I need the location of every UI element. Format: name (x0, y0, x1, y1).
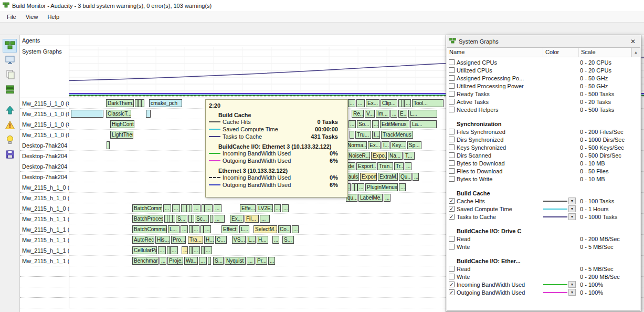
series-checkbox[interactable] (449, 129, 455, 134)
task-block[interactable]: Im... (376, 110, 389, 118)
task-block[interactable]: Effect (221, 225, 238, 233)
task-block[interactable]: Ex... (230, 215, 244, 223)
series-checkbox[interactable] (449, 99, 455, 105)
menu-file[interactable]: File (2, 12, 21, 22)
task-block[interactable]: ... (282, 204, 289, 212)
series-label[interactable]: Utilized Processing Power (457, 83, 524, 89)
task-block[interactable]: L... (239, 225, 249, 233)
series-checkbox[interactable] (449, 244, 455, 249)
graph-series-row[interactable]: Active Tasks0 - 20 Tasks (447, 98, 640, 106)
series-label[interactable]: Files Synchronized (457, 129, 505, 135)
sidebar-button-display[interactable] (3, 54, 17, 67)
graph-series-row[interactable]: Files to Download0 - 50 Files (447, 167, 640, 175)
task-block[interactable] (191, 215, 194, 223)
series-label[interactable]: Utilized CPUs (457, 67, 492, 74)
task-block[interactable]: ... (349, 120, 356, 128)
agent-name[interactable]: Desktop-7hak204 (C (20, 140, 69, 151)
series-label[interactable]: Assigned Processing Po... (457, 75, 524, 81)
task-block[interactable]: ... (384, 194, 390, 202)
graph-series-row[interactable]: ✓Saved Compute Time▼0 - 1 Hours (447, 205, 640, 213)
task-block[interactable]: Re... (352, 110, 364, 118)
task-block[interactable]: Tool... (412, 99, 444, 107)
series-checkbox[interactable] (449, 67, 455, 73)
agent-name[interactable]: Mw_2115_h_1_1 (C (20, 214, 69, 224)
series-label[interactable]: Bytes to Download (457, 160, 505, 167)
agent-name[interactable]: Mw_2115_i_1_0 (Co (20, 119, 69, 130)
task-block[interactable]: ... (356, 99, 365, 107)
series-label[interactable]: Outgoing BandWidth Used (457, 289, 525, 296)
task-block[interactable] (141, 99, 144, 107)
series-label[interactable]: Bytes to Write (457, 176, 492, 182)
system-graphs-titlebar[interactable]: System Graphs ✕ (446, 35, 641, 47)
task-block[interactable]: AutoRec... (132, 236, 154, 244)
series-checkbox[interactable] (449, 236, 455, 242)
graph-series-row[interactable]: Write0 - 200 MB/Sec (447, 273, 640, 280)
task-block[interactable]: ... (158, 246, 166, 254)
series-checkbox[interactable] (449, 91, 455, 97)
task-block[interactable]: ... (268, 257, 275, 265)
menu-help[interactable]: Help (43, 12, 64, 22)
task-block[interactable]: Qu... (399, 173, 411, 181)
task-block[interactable]: Tru... (355, 131, 371, 139)
series-label[interactable]: Saved Compute Time (457, 206, 512, 212)
task-block[interactable]: ... (260, 215, 270, 223)
series-checkbox[interactable]: ✓ (449, 214, 455, 220)
task-block[interactable]: Tra... (188, 236, 203, 244)
graph-series-row[interactable]: Dirs Scanned0 - 500 Dirs/Sec (447, 151, 640, 159)
series-label[interactable]: Cache Hits (457, 198, 485, 204)
graph-series-row[interactable]: Assigned Processing Po...0 - 50 GHz (447, 74, 640, 82)
task-block[interactable]: ... (413, 173, 419, 181)
agent-name[interactable]: Mw_2115_h_1_0 (C (20, 182, 69, 193)
agent-name[interactable]: Mw_2115_h_1_1 (C (20, 235, 69, 245)
task-block[interactable]: Ex... (366, 99, 379, 107)
series-label[interactable]: Ready Tasks (457, 91, 490, 97)
task-block[interactable]: L... (247, 236, 256, 244)
column-header-color[interactable]: Color (543, 48, 579, 57)
task-block[interactable]: ClassicT... (106, 110, 131, 118)
task-block[interactable]: ... (214, 204, 221, 212)
sidebar-button-agents[interactable] (3, 83, 17, 97)
series-checkbox[interactable]: ✓ (449, 289, 455, 295)
series-color-dropdown[interactable]: ▼ (568, 213, 576, 220)
task-block[interactable]: ... (247, 257, 255, 265)
task-block[interactable]: C... (215, 236, 227, 244)
task-block[interactable]: Key... (390, 141, 406, 149)
series-checkbox[interactable]: ✓ (449, 282, 455, 287)
graph-series-row[interactable]: Keys Synchronized0 - 500 Keys/Sec (447, 143, 640, 151)
agent-name[interactable]: Mw_2115_h_1_0 (C (20, 203, 69, 214)
task-block[interactable]: ... (214, 215, 225, 223)
series-label[interactable]: Incoming BandWidth Used (457, 282, 525, 288)
task-block[interactable] (71, 110, 103, 118)
task-block[interactable]: ... (404, 99, 411, 107)
task-block[interactable]: S... (176, 215, 187, 223)
task-block[interactable]: V... (365, 110, 375, 118)
task-block[interactable]: NoiseR... (347, 152, 370, 160)
task-block[interactable]: L... (168, 225, 180, 233)
agent-name[interactable]: Mw_2115_i_1_0 (Co (20, 98, 69, 109)
task-block[interactable]: ... (274, 204, 281, 212)
sidebar-button-save[interactable] (3, 148, 17, 162)
task-block[interactable]: CellularPa... (132, 246, 157, 254)
series-checkbox[interactable] (449, 266, 455, 272)
series-checkbox[interactable] (449, 59, 455, 65)
menu-view[interactable]: View (21, 12, 43, 22)
sidebar-button-projects[interactable] (3, 68, 17, 82)
task-block[interactable]: H... (257, 236, 268, 244)
series-checkbox[interactable] (449, 75, 455, 81)
column-header-name[interactable]: Name (447, 48, 543, 57)
graph-series-row[interactable]: Assigned CPUs0 - 20 CPUs (447, 58, 640, 66)
task-block[interactable]: L... (408, 110, 437, 118)
task-block[interactable]: Pro... (171, 236, 186, 244)
series-label[interactable]: Tasks to Cache (457, 214, 496, 220)
task-block[interactable]: ... (292, 225, 299, 233)
agent-name[interactable]: Mw_2115_h_1_1 (C (20, 245, 69, 256)
series-label[interactable]: Keys Synchronized (457, 144, 506, 151)
task-block[interactable]: SelectM... (254, 225, 277, 233)
series-color-dropdown[interactable]: ▼ (568, 197, 576, 204)
agent-name[interactable]: Mw_2115_h_1_1 (C (20, 224, 69, 235)
task-block[interactable]: His... (155, 236, 170, 244)
task-block[interactable]: S... (213, 257, 224, 265)
series-label[interactable]: Dirs Scanned (457, 152, 491, 159)
task-block[interactable]: BatchProcess... (132, 215, 163, 223)
task-block[interactable]: Sp... (407, 141, 421, 149)
